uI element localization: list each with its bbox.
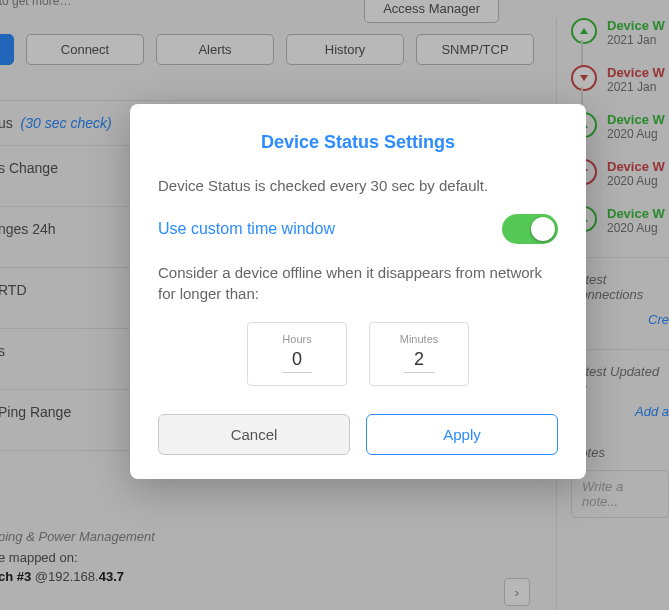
custom-window-label: Use custom time window xyxy=(158,220,335,238)
hours-label: Hours xyxy=(248,333,346,345)
modal-title: Device Status Settings xyxy=(158,132,558,153)
apply-button[interactable]: Apply xyxy=(366,414,558,455)
modal-description: Consider a device offline when it disapp… xyxy=(158,262,558,304)
cancel-button[interactable]: Cancel xyxy=(158,414,350,455)
minutes-field[interactable]: Minutes 2 xyxy=(369,322,469,386)
custom-window-toggle[interactable] xyxy=(502,214,558,244)
toggle-knob xyxy=(531,217,555,241)
device-status-settings-modal: Device Status Settings Device Status is … xyxy=(130,104,586,479)
modal-intro: Device Status is checked every 30 sec by… xyxy=(158,175,558,196)
minutes-label: Minutes xyxy=(370,333,468,345)
hours-value[interactable]: 0 xyxy=(282,349,312,373)
hours-field[interactable]: Hours 0 xyxy=(247,322,347,386)
minutes-value[interactable]: 2 xyxy=(404,349,434,373)
